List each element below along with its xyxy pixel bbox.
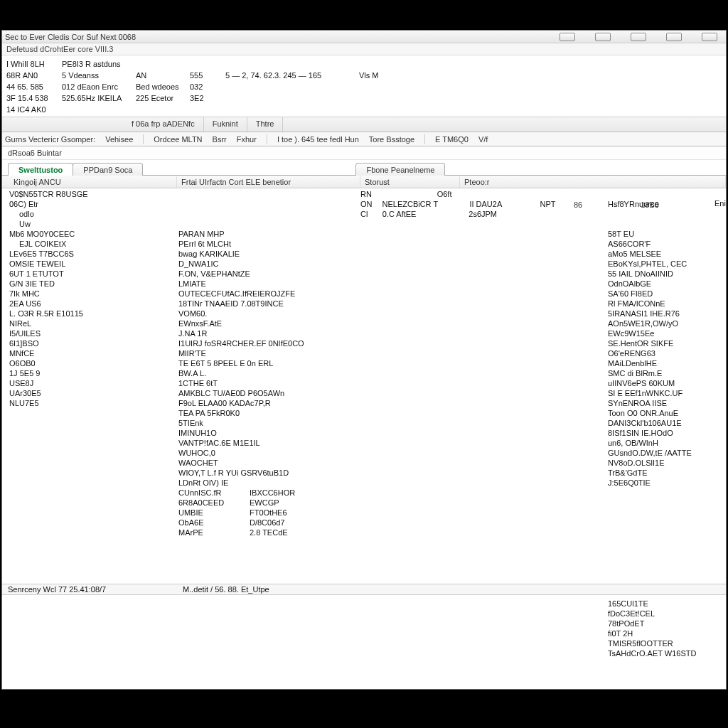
pair-b: FT0OtHE6 [250, 508, 287, 518]
stats-cell: I WhiIl 8LH [6, 60, 62, 68]
col-head-3[interactable]: Storust [360, 176, 460, 188]
list-item: 5IRANASI1 IHE.R76 [608, 309, 726, 318]
list-item: EJL COIKEtX [9, 240, 173, 249]
titlebar: Sec to Ever Cledis Cor Suf Next 0068 [2, 31, 726, 43]
stats-cell: 68R AN0 [6, 71, 62, 80]
sysbtn-4[interactable] [666, 33, 682, 41]
list-item: 7Ik MHC [9, 289, 173, 299]
toolbar-separator [267, 134, 267, 144]
status-cell [518, 190, 540, 199]
sysbtn-2[interactable] [595, 33, 611, 41]
section-label: dRsoa6 Buintar [2, 146, 726, 160]
stats-cell: 555 [190, 71, 225, 80]
list-item-pair: ObA6ED/8C06d7 [178, 518, 385, 528]
list-item: I1UIRJ foSR4RCHER.EF 0NIfE0CO [178, 339, 385, 348]
toolbar-btn-1[interactable]: f 06a frp aADENfc [123, 117, 204, 132]
status-cell: 0.C AftEE [382, 210, 437, 219]
list-item: USE8J [9, 379, 173, 388]
list-item: MNfCE [9, 349, 173, 358]
list-item: 2EA US6 [9, 299, 173, 309]
toolbar2-item[interactable]: Gurns Vectericr Gsomper: [5, 135, 95, 144]
status-cell: 2s6JPM [469, 210, 518, 219]
stats-row: 68R AN05 VdeanssAN5555 — 2, 74. 62.3. 24… [6, 70, 722, 81]
list-item: O6'eRENG63 [608, 349, 726, 358]
list-item: aMo5 MELSEE [608, 250, 726, 259]
sysbtn-5[interactable] [702, 33, 717, 41]
list-item: OUTECECFUfAC.IfREIEROJZFE [178, 289, 385, 299]
list-item: LMIATE [178, 279, 385, 289]
list-item: AOn5WE1R,OW/yO [608, 319, 726, 328]
list-item: uIINV6ePS 60KUM [608, 379, 726, 388]
toolbar2-item[interactable]: V/f [478, 135, 488, 144]
pair-b: EWCGP [250, 498, 279, 508]
list-item: IMINUH1O [178, 429, 385, 438]
status-cell: Cl [360, 210, 382, 219]
list-item: fi0T 2H [608, 629, 697, 638]
sysbtn-1[interactable] [560, 33, 575, 41]
list-item: OdnOAlbGE [608, 279, 726, 289]
pair-a: UMBIE [178, 508, 231, 518]
status-cell: ON [360, 200, 382, 209]
tab-c[interactable]: Fbone Peanelneme [355, 163, 445, 176]
pair-b: IBXCC6HOR [250, 488, 295, 498]
toolbar2-item[interactable]: E TM6Q0 [435, 135, 469, 144]
list-item: TMISR5flOOTTER [608, 639, 697, 648]
list-item: 1J 5E5 9 [9, 369, 173, 378]
status-cell [518, 200, 540, 209]
col-head-1[interactable]: Kingoij ANCU [9, 176, 177, 188]
stats-cell: 525.65Hz IKEILA [62, 94, 136, 102]
list-item: GUsndO.DW,tE /AATTE [608, 449, 726, 458]
list-item [178, 190, 385, 199]
content-area: 86 18B0 V0$N55TCR R8USGE06C) EtrodloUwMb… [2, 188, 726, 572]
stats-cell: 44 65. 585 [6, 82, 62, 91]
status-cell [437, 210, 469, 219]
list-item: SE.HentOR SIKFE [608, 339, 726, 348]
col-head-4[interactable]: Pteoo:r [460, 176, 726, 188]
status-cell [540, 190, 560, 199]
list-item: 55 IAIL DNoAIINID [608, 269, 726, 279]
window-subtitle: Defetusd dCrohtEer core VIII.3 [2, 43, 726, 55]
main-window: Sec to Ever Cledis Cor Suf Next 0068 Def… [1, 30, 727, 690]
list-item: L. O3R R.5R E10115 [9, 309, 173, 318]
tab-b[interactable]: PPDan9 Soca [73, 163, 143, 176]
list-item [608, 220, 726, 229]
list-item: fDoC3Et!CEL [608, 609, 697, 619]
tab-a[interactable]: Swelttustoo [8, 163, 73, 176]
list-item [178, 200, 385, 209]
toolbar2-item[interactable]: Fxhur [237, 135, 257, 144]
toolbar2-item[interactable]: Ordcee MLTN [154, 135, 202, 144]
status-row: Cl0.C AftEE2s6JPM [360, 210, 560, 219]
status-cell: NELEZCBiCR T [382, 200, 439, 209]
list-item: EWc9W15Ee [608, 329, 726, 338]
toolbar2-item[interactable]: Bsrr [213, 135, 227, 144]
toolbar-btn-3[interactable]: Thtre [247, 117, 284, 132]
status-bar: Senrceny Wcl 77 25.41:08/7 M..detit / 56… [2, 584, 726, 595]
list-item-pair: CUnnISC.fRIBXCC6HOR [178, 488, 385, 498]
list-item [178, 210, 385, 219]
toolbar-btn-2[interactable]: Fuknint [204, 117, 247, 132]
right-column: Hsf8YRnuurce58T EUAS66COR'FaMo5 MELSEEEB… [608, 190, 726, 488]
list-item: odlo [9, 210, 173, 219]
list-item: 165CUl1TE [608, 599, 697, 609]
list-item: BW.A L. [178, 369, 385, 378]
list-item: PErrl 6t MLCHt [178, 240, 385, 249]
list-item: AMKBLC TU/AE0D P6O5AWn [178, 389, 385, 398]
list-item: OMSIE TEWEIL [9, 259, 173, 269]
toolbar2-item[interactable]: Vehisee [105, 135, 133, 144]
list-item: MlIR'TE [178, 349, 385, 358]
status-cell [540, 210, 560, 219]
pair-a: 6R8A0CEED [178, 498, 231, 508]
stats-cell: 3E2 [190, 94, 225, 102]
toolbar2-item[interactable]: I toe ). 645 tee fedl Hun [277, 135, 359, 144]
list-item: O6OB0 [9, 359, 173, 368]
bottom-right-list: 165CUl1TEfDoC3Et!CEL78tPOdETfi0T 2HTMISR… [608, 599, 697, 658]
list-item: 1CTHE 6tT [178, 379, 385, 388]
list-item: DANI3Ckl'b106AU1E [608, 419, 726, 428]
list-item: Uw [9, 220, 173, 229]
sysbtn-3[interactable] [631, 33, 646, 41]
status-mid: M..detit / 56. 88. Et_Utpe [183, 585, 269, 594]
mid-column: PARAN MHPPErrl 6t MLCHtbwag KARIKALIED_N… [178, 190, 385, 537]
col-head-2[interactable]: Frtai UIrfactn Cort ELE benetior [177, 176, 360, 188]
toolbar2-item[interactable]: Tore Bsstoge [369, 135, 414, 144]
list-item [608, 190, 726, 199]
